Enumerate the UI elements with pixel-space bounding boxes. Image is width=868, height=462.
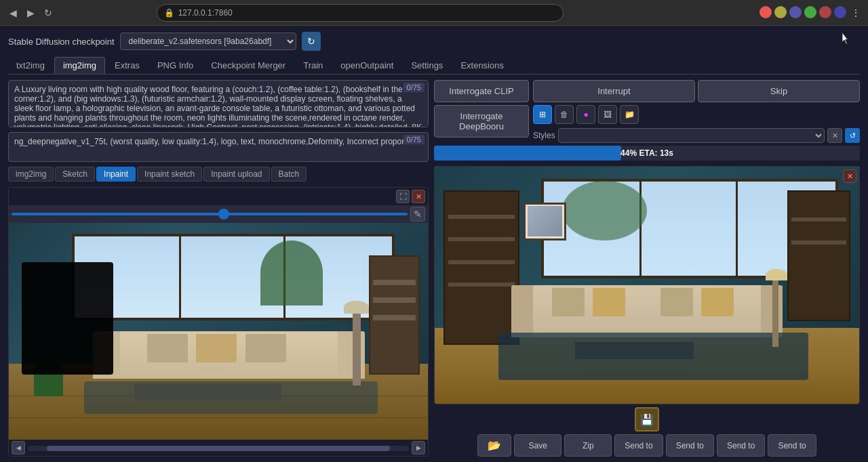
send-to-button-3[interactable]: Send to <box>717 434 765 457</box>
positive-token-count: 0/75 <box>403 83 425 92</box>
styles-select[interactable] <box>558 128 825 143</box>
output-image-canvas <box>435 167 859 404</box>
subtab-inpaint-upload[interactable]: Inpaint upload <box>203 167 269 182</box>
subtab-batch[interactable]: Batch <box>271 167 307 182</box>
negative-prompt-input[interactable]: ng_deepnegative_v1_75t, (worst quality, … <box>8 132 429 162</box>
close-output-button[interactable]: ✕ <box>843 169 856 183</box>
progress-bar-container: 44% ETA: 13s <box>434 146 860 161</box>
input-image-canvas[interactable] <box>9 223 428 440</box>
tab-txt2img[interactable]: txt2img <box>8 57 53 74</box>
input-panel-toolbar: ⛶ ✕ <box>9 188 428 205</box>
floor-lamp-shade <box>344 301 369 314</box>
save-button[interactable]: Save <box>514 434 561 457</box>
save-image-button[interactable]: 🖼 <box>598 105 617 124</box>
checkpoint-refresh-button[interactable]: ↻ <box>302 32 321 51</box>
right-top-controls: Interrogate CLIP Interrogate DeepBooru I… <box>434 80 860 143</box>
browser-menu[interactable]: ⋮ <box>849 6 863 20</box>
grid-view-button[interactable]: ⊞ <box>533 105 552 124</box>
send-to-button-2[interactable]: Send to <box>666 434 714 457</box>
browser-ext-3[interactable] <box>789 6 802 18</box>
interrogate-clip-button[interactable]: Interrogate CLIP <box>434 80 529 102</box>
skip-button[interactable]: Skip <box>698 80 860 102</box>
close-input-button[interactable]: ✕ <box>412 190 425 203</box>
rug <box>84 381 378 414</box>
positive-prompt-input[interactable]: A Luxury living room with high quality w… <box>8 80 429 127</box>
styles-apply-button[interactable]: ↺ <box>845 128 860 143</box>
negative-token-count: 0/75 <box>403 135 425 144</box>
nav-buttons: ◀ ▶ ↻ <box>5 5 56 20</box>
tab-pnginfo[interactable]: PNG Info <box>149 57 201 74</box>
zip-button[interactable]: 📁 <box>620 105 639 124</box>
floor-plank-1 <box>9 417 428 418</box>
tab-train[interactable]: Train <box>295 57 331 74</box>
cursor-area <box>840 31 860 51</box>
out-rug <box>498 333 808 380</box>
output-panel: ✕ <box>434 166 860 404</box>
brush-size-slider[interactable] <box>12 213 408 215</box>
out-tree-1 <box>562 181 647 240</box>
browser-chrome: ◀ ▶ ↻ 🔒 127.0.0.1:7860 ⋮ <box>0 0 868 26</box>
brush-slider-row: ✎ <box>9 205 428 223</box>
tab-extras[interactable]: Extras <box>106 57 148 74</box>
styles-row: Styles ✕ ↺ <box>533 128 860 143</box>
expand-input-button[interactable]: ⛶ <box>396 190 410 203</box>
output-bottom-controls: 💾 📂 Save Zip Send to Send to Send to Sen… <box>434 407 860 457</box>
tab-settings[interactable]: Settings <box>403 57 451 74</box>
progress-bar-fill <box>434 146 621 161</box>
checkpoint-select[interactable]: deliberate_v2.safetensors [9aba26abdf] <box>120 33 296 50</box>
sub-tabs: img2img Sketch Inpaint Inpaint sketch In… <box>8 167 429 182</box>
forward-button[interactable]: ▶ <box>23 5 38 20</box>
send-to-button-4[interactable]: Send to <box>768 434 816 457</box>
out-lamp-shade <box>766 269 787 281</box>
output-close-area: ✕ <box>843 169 856 183</box>
zip-button-bottom[interactable]: Zip <box>564 434 612 457</box>
checkpoint-label: Stable Diffusion checkpoint <box>8 37 115 47</box>
sofa <box>93 331 366 379</box>
app-container: Stable Diffusion checkpoint deliberate_v… <box>0 26 868 462</box>
scroll-area: ◀ ▶ <box>9 440 428 456</box>
browser-actions: ⋮ <box>760 6 863 20</box>
subtab-sketch[interactable]: Sketch <box>55 167 95 182</box>
url-text: 127.0.0.1:7860 <box>178 8 233 18</box>
tab-checkpoint-merger[interactable]: Checkpoint Merger <box>203 57 294 74</box>
browser-ext-6[interactable] <box>834 6 846 18</box>
browser-ext-4[interactable] <box>804 6 816 18</box>
browser-ext-1[interactable] <box>760 6 772 18</box>
refresh-button[interactable]: ↻ <box>41 5 56 20</box>
address-bar[interactable]: 🔒 127.0.0.1:7860 <box>157 4 564 22</box>
styles-label: Styles <box>533 131 555 140</box>
progress-label: 44% ETA: 13s <box>620 148 673 158</box>
out-lamp-pole <box>772 276 778 347</box>
scroll-right-button[interactable]: ▶ <box>412 441 425 455</box>
icon-row: ⊞ 🗑 ● 🖼 📁 <box>533 105 860 124</box>
window-divider-1 <box>179 236 181 318</box>
scroll-left-button[interactable]: ◀ <box>12 441 25 455</box>
delete-button[interactable]: 🗑 <box>555 105 574 124</box>
subtab-img2img[interactable]: img2img <box>8 167 54 182</box>
interrogate-deepbooru-button[interactable]: Interrogate DeepBooru <box>434 105 529 138</box>
negative-prompt-wrapper: ng_deepnegative_v1_75t, (worst quality, … <box>8 132 429 164</box>
browser-ext-5[interactable] <box>819 6 831 18</box>
browser-ext-2[interactable] <box>774 6 787 18</box>
tab-openoutpaint[interactable]: openOutpaint <box>332 57 401 74</box>
interrupt-button[interactable]: Interrupt <box>533 80 695 102</box>
interrogate-col: Interrogate CLIP Interrogate DeepBooru <box>434 80 529 143</box>
back-button[interactable]: ◀ <box>5 5 20 20</box>
out-art-frame <box>524 203 566 240</box>
horizontal-scrollbar[interactable] <box>28 446 409 451</box>
pink-button[interactable]: ● <box>576 105 595 124</box>
checkpoint-row: Stable Diffusion checkpoint deliberate_v… <box>8 31 860 51</box>
folder-button[interactable]: 📂 <box>477 434 511 457</box>
save-icon-button[interactable]: 💾 <box>635 407 659 432</box>
floor-lamp-pole <box>353 310 361 385</box>
subtab-inpaint-sketch[interactable]: Inpaint sketch <box>137 167 202 182</box>
send-to-button-1[interactable]: Send to <box>614 434 663 457</box>
exterior-tree <box>260 240 323 306</box>
out-bookshelf-right <box>787 190 851 321</box>
subtab-inpaint[interactable]: Inpaint <box>96 167 136 182</box>
tab-img2img[interactable]: img2img <box>54 57 105 74</box>
tab-extensions[interactable]: Extensions <box>452 57 512 74</box>
styles-clear-button[interactable]: ✕ <box>827 128 842 143</box>
positive-prompt-wrapper: A Luxury living room with high quality w… <box>8 80 429 129</box>
brush-adjust-button[interactable]: ✎ <box>410 207 425 222</box>
